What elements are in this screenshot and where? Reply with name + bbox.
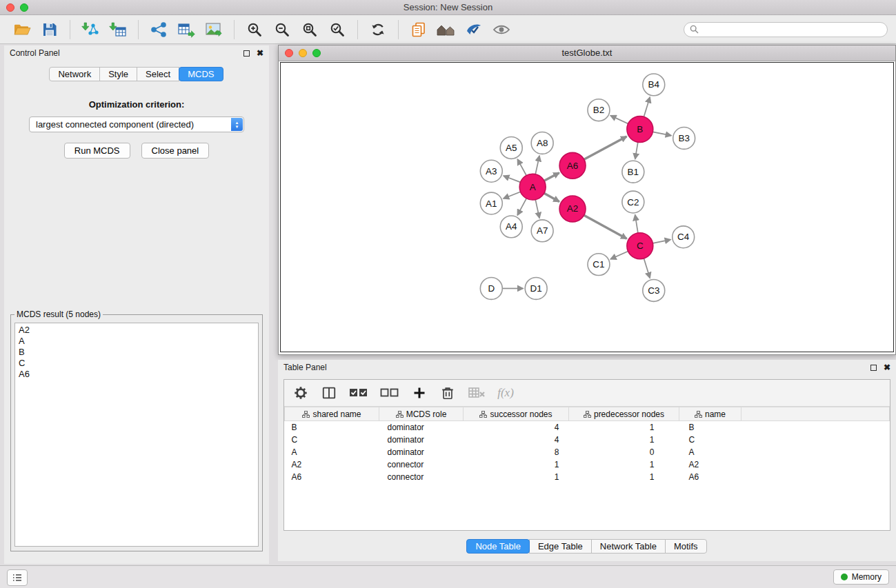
cell-shared-name[interactable]: A2 xyxy=(285,458,379,471)
node-C[interactable]: C xyxy=(627,233,653,259)
tab-mcds[interactable]: MCDS xyxy=(179,67,223,81)
edge-A-A8[interactable] xyxy=(535,156,539,174)
column-header-MCDS-role[interactable]: MCDS role xyxy=(379,407,464,421)
cell-predecessors[interactable]: 1 xyxy=(569,421,679,434)
cell-mcds-role[interactable]: dominator xyxy=(379,446,464,458)
column-header-name[interactable]: name xyxy=(679,407,741,421)
select-all-button[interactable] xyxy=(349,383,368,403)
tab-select[interactable]: Select xyxy=(137,67,179,81)
node-D1[interactable]: D1 xyxy=(525,278,547,300)
memory-button[interactable]: Memory xyxy=(833,569,889,585)
node-B4[interactable]: B4 xyxy=(643,74,665,96)
export-table-button[interactable] xyxy=(175,19,197,41)
cell-mcds-role[interactable]: connector xyxy=(379,471,464,483)
node-C3[interactable]: C3 xyxy=(643,279,665,301)
node-A4[interactable]: A4 xyxy=(500,216,522,238)
table-settings-button[interactable] xyxy=(292,383,309,403)
criterion-dropdown[interactable]: largest connected component (directed) ▲… xyxy=(29,116,244,132)
mcds-result-item[interactable]: A6 xyxy=(19,369,255,380)
edge-A-A2[interactable] xyxy=(544,193,559,201)
cell-successors[interactable]: 1 xyxy=(464,471,569,483)
add-column-button[interactable] xyxy=(411,383,428,403)
cell-mcds-role[interactable]: dominator xyxy=(379,421,464,434)
run-mcds-button[interactable]: Run MCDS xyxy=(64,143,130,159)
cell-mcds-role[interactable]: dominator xyxy=(379,434,464,446)
edge-C-C3[interactable] xyxy=(644,258,650,278)
refresh-button[interactable] xyxy=(367,19,389,41)
delete-table-button[interactable] xyxy=(468,383,486,403)
network-minimize-button[interactable] xyxy=(299,49,307,57)
zoom-in-button[interactable] xyxy=(243,19,266,41)
network-graph[interactable]: B4B2BB3A8A5A6A3B1AC2A1A2A4A7C4CC1C3DD1 xyxy=(281,63,893,352)
table-tab-node-table[interactable]: Node Table xyxy=(466,539,530,554)
cell-name[interactable]: A6 xyxy=(679,471,741,483)
node-C1[interactable]: C1 xyxy=(588,254,610,276)
function-builder-button[interactable]: f(x) xyxy=(497,383,514,403)
mcds-result-item[interactable]: A2 xyxy=(19,325,255,336)
edge-B-B3[interactable] xyxy=(653,132,671,135)
edge-B-B1[interactable] xyxy=(635,142,638,159)
zoom-fit-button[interactable] xyxy=(299,19,321,41)
mcds-result-list[interactable]: A2ABCA6 xyxy=(14,323,259,547)
node-A1[interactable]: A1 xyxy=(480,192,502,214)
edge-A6-B[interactable] xyxy=(584,136,627,159)
table-row[interactable]: Adominator80A xyxy=(285,446,890,458)
float-table-panel-icon[interactable] xyxy=(870,365,877,371)
edge-A-A5[interactable] xyxy=(517,159,526,175)
table-row[interactable]: A2connector11A2 xyxy=(285,458,890,471)
save-session-button[interactable] xyxy=(39,19,61,41)
edge-A-A6[interactable] xyxy=(544,173,559,181)
search-input[interactable] xyxy=(702,24,882,35)
cell-successors[interactable]: 1 xyxy=(464,458,569,471)
cell-name[interactable]: A xyxy=(679,446,741,458)
column-header-predecessor-nodes[interactable]: predecessor nodes xyxy=(569,407,679,421)
table-tab-motifs[interactable]: Motifs xyxy=(665,539,707,554)
copy-document-button[interactable] xyxy=(408,19,430,41)
node-A3[interactable]: A3 xyxy=(480,160,502,182)
open-session-button[interactable] xyxy=(11,19,33,41)
edge-C-C4[interactable] xyxy=(653,240,670,243)
network-share-button[interactable] xyxy=(148,19,170,41)
tab-style[interactable]: Style xyxy=(99,67,137,81)
cell-name[interactable]: C xyxy=(679,434,741,446)
close-panel-button[interactable]: Close panel xyxy=(141,143,210,159)
cell-shared-name[interactable]: C xyxy=(285,434,379,446)
edge-C-C1[interactable] xyxy=(610,251,628,258)
node-C2[interactable]: C2 xyxy=(622,191,644,213)
cell-mcds-role[interactable]: connector xyxy=(379,458,464,471)
show-columns-button[interactable] xyxy=(321,383,337,403)
cell-successors[interactable]: 8 xyxy=(464,446,569,458)
node-B3[interactable]: B3 xyxy=(673,128,695,150)
cell-predecessors[interactable]: 1 xyxy=(569,434,679,446)
table-tab-edge-table[interactable]: Edge Table xyxy=(529,539,592,554)
edge-B-B4[interactable] xyxy=(644,97,650,116)
task-history-button[interactable] xyxy=(7,569,28,586)
column-header-shared-name[interactable]: shared name xyxy=(285,407,379,421)
table-tab-network-table[interactable]: Network Table xyxy=(591,539,666,554)
node-B2[interactable]: B2 xyxy=(588,99,610,121)
mcds-result-item[interactable]: C xyxy=(19,358,255,369)
import-table-button[interactable] xyxy=(107,19,129,41)
node-table[interactable]: shared nameMCDS rolesuccessor nodesprede… xyxy=(284,407,890,530)
zoom-out-button[interactable] xyxy=(271,19,293,41)
annotation-check-button[interactable] xyxy=(463,19,485,41)
delete-column-button[interactable] xyxy=(439,383,456,403)
zoom-selected-button[interactable] xyxy=(326,19,348,41)
edge-B-B2[interactable] xyxy=(610,116,628,124)
cell-predecessors[interactable]: 0 xyxy=(569,446,679,458)
node-A8[interactable]: A8 xyxy=(531,132,553,154)
close-table-panel-icon[interactable]: ✖ xyxy=(884,363,890,372)
cell-shared-name[interactable]: B xyxy=(285,421,379,434)
column-header-successor-nodes[interactable]: successor nodes xyxy=(464,407,569,421)
cell-name[interactable]: B xyxy=(679,421,741,434)
edge-A-A7[interactable] xyxy=(535,200,539,219)
mcds-result-item[interactable]: A xyxy=(19,336,255,347)
cell-name[interactable]: A2 xyxy=(679,458,741,471)
cell-predecessors[interactable]: 1 xyxy=(569,471,679,483)
export-image-button[interactable] xyxy=(203,19,225,41)
edge-A-A4[interactable] xyxy=(517,199,526,215)
table-row[interactable]: A6connector11A6 xyxy=(285,471,890,483)
tab-network[interactable]: Network xyxy=(49,67,100,81)
node-A7[interactable]: A7 xyxy=(531,220,553,242)
node-A2[interactable]: A2 xyxy=(559,196,586,222)
